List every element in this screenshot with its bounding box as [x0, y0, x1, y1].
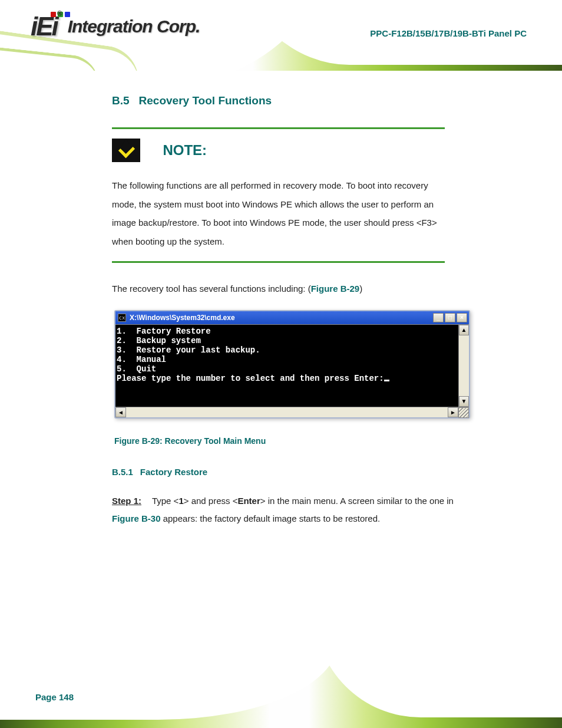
- scroll-track[interactable]: [459, 335, 469, 396]
- scroll-up-button[interactable]: ▲: [459, 325, 469, 335]
- horizontal-scrollbar[interactable]: ◄ ►: [115, 407, 469, 417]
- logo-mark: iEi®: [31, 12, 61, 41]
- scroll-track[interactable]: [126, 407, 448, 417]
- scroll-left-button[interactable]: ◄: [115, 407, 126, 417]
- divider: [112, 127, 445, 129]
- scroll-right-button[interactable]: ►: [448, 407, 458, 417]
- section-number: B.5: [112, 94, 130, 107]
- close-button[interactable]: ×: [457, 313, 467, 322]
- logo-text: Integration Corp.: [68, 17, 200, 37]
- subsection-title: Factory Restore: [140, 467, 207, 477]
- figure-reference: Figure B-30: [112, 513, 161, 523]
- intro-text: The recovery tool has several functions …: [112, 279, 454, 298]
- scroll-down-button[interactable]: ▼: [459, 396, 469, 407]
- cmd-icon: cx: [118, 314, 126, 322]
- note-title: NOTE:: [163, 139, 207, 159]
- note-block: NOTE: The following functions are all pe…: [112, 139, 445, 251]
- figure-caption: Figure B-29: Recovery Tool Main Menu: [114, 436, 454, 446]
- step-text: Step 1: Type <1> and press <Enter> in th…: [112, 492, 454, 528]
- note-icon: [112, 139, 140, 162]
- maximize-button[interactable]: □: [445, 313, 455, 322]
- note-text: The following functions are all performe…: [112, 176, 445, 251]
- section-title: Recovery Tool Functions: [139, 94, 272, 107]
- page-content: B.5Recovery Tool Functions NOTE: The fol…: [112, 94, 454, 528]
- divider: [112, 261, 445, 263]
- product-title: PPC-F12B/15B/17B/19B-BTi Panel PC: [370, 28, 527, 38]
- step-label: Step 1:: [112, 496, 141, 506]
- minimize-button[interactable]: _: [433, 313, 444, 322]
- page-number: Page 148: [35, 692, 74, 702]
- brand-logo: iEi® Integration Corp.: [31, 12, 200, 41]
- resize-grip[interactable]: [458, 407, 469, 418]
- vertical-scrollbar[interactable]: ▲ ▼: [458, 325, 469, 407]
- text-cursor: [384, 380, 389, 381]
- section-heading: B.5Recovery Tool Functions: [112, 94, 454, 107]
- cmd-window: cx X:\Windows\System32\cmd.exe _ □ × 1. …: [114, 310, 470, 419]
- subsection-number: B.5.1: [112, 467, 133, 477]
- cmd-output[interactable]: 1. Factory Restore 2. Backup system 3. R…: [115, 325, 458, 407]
- subsection-heading: B.5.1Factory Restore: [112, 467, 454, 477]
- figure-reference: Figure B-29: [311, 284, 360, 294]
- cmd-title-text: X:\Windows\System32\cmd.exe: [130, 314, 235, 322]
- cmd-titlebar: cx X:\Windows\System32\cmd.exe _ □ ×: [115, 311, 469, 324]
- footer-banner: [0, 662, 562, 728]
